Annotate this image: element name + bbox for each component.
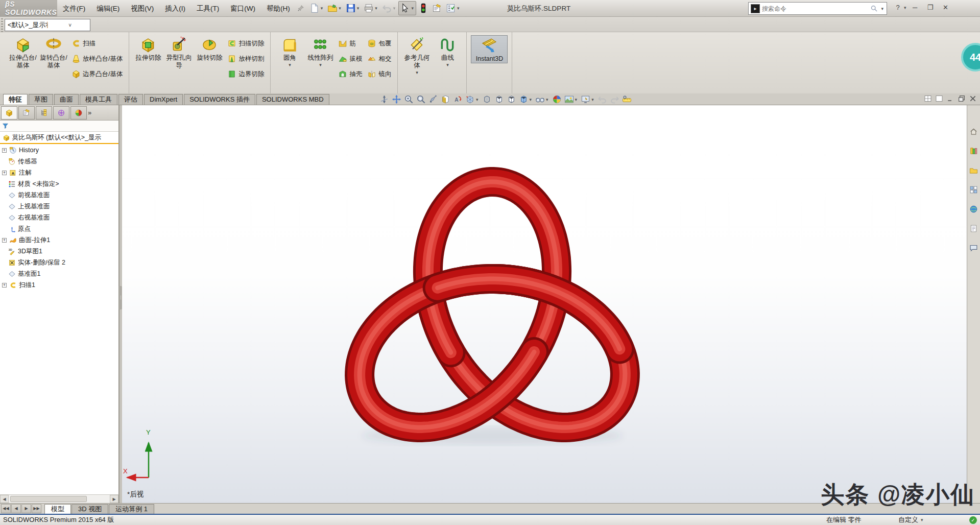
tree-item-12[interactable]: +扫描1 <box>0 279 118 291</box>
redo-view-button[interactable] <box>609 94 620 105</box>
search-box[interactable]: ▸ ▾ <box>748 2 887 15</box>
close-button[interactable]: ✕ <box>938 0 953 15</box>
section-view-button[interactable] <box>440 94 451 105</box>
new-doc-button[interactable]: ▾ <box>308 1 326 15</box>
tab-2[interactable]: 曲面 <box>54 94 79 105</box>
tree-item-11[interactable]: 基准面1 <box>0 268 118 279</box>
zoom-fit-button[interactable] <box>403 94 414 105</box>
loft-cut-button[interactable]: 放样切割 <box>225 53 266 65</box>
select-cursor-button[interactable]: ▾ <box>398 1 416 15</box>
linear-pattern-caret-icon[interactable]: ▾ <box>319 62 322 67</box>
freeze-bar[interactable] <box>0 143 118 144</box>
curves-caret-icon[interactable]: ▾ <box>446 62 449 67</box>
doc-minimize-button[interactable] <box>946 94 954 103</box>
save-button[interactable]: ▾ <box>344 1 362 15</box>
graphics-viewport[interactable]: Y X *后视 <box>122 105 967 503</box>
feature-manager-tab[interactable] <box>1 106 17 120</box>
sweep-button[interactable]: 扫描 <box>69 37 125 50</box>
menu-item-3[interactable]: 插入(I) <box>159 0 191 17</box>
forum-button[interactable] <box>968 242 979 253</box>
hole-wizard-button[interactable]: 异型孔向导 <box>164 35 194 70</box>
help-button[interactable]: ? <box>893 0 903 15</box>
tree-filter-bar[interactable] <box>0 121 118 132</box>
view-settings-caret-icon[interactable]: ▾ <box>590 97 595 102</box>
tree-item-10[interactable]: 实体-删除/保留 2 <box>0 257 118 268</box>
fillet-caret-icon[interactable]: ▾ <box>289 62 291 67</box>
extrude-boss-button[interactable]: 拉伸凸台/基体 <box>8 35 38 70</box>
revolve-boss-button[interactable]: 旋转凸台/基体 <box>39 35 68 70</box>
expand-icon[interactable]: + <box>2 148 7 153</box>
tree-item-4[interactable]: 前视基准面 <box>0 189 118 201</box>
style-wireframe-button[interactable] <box>482 94 492 105</box>
help-caret-icon[interactable]: ▾ <box>903 5 907 10</box>
design-library-button[interactable] <box>968 145 979 156</box>
view-orientation-caret-icon[interactable]: ▾ <box>475 97 480 102</box>
expand-icon[interactable]: + <box>2 283 7 288</box>
pushpin-icon[interactable] <box>296 1 306 15</box>
panel-overflow-icon[interactable]: » <box>88 109 94 116</box>
tree-item-0[interactable]: +History <box>0 145 118 156</box>
hide-show-items-button[interactable]: ▾ <box>535 94 550 105</box>
display-manager-tab[interactable] <box>70 106 87 120</box>
property-manager-tab[interactable] <box>18 106 35 120</box>
fillet-button[interactable]: 圆角▾ <box>275 35 304 68</box>
instant3d-button[interactable]: Instant3D <box>471 35 508 63</box>
tree-root-item[interactable]: 莫比乌斯环 (默认<<默认>_显示 <box>0 132 118 143</box>
sweep-cut-button[interactable]: 扫描切除 <box>225 37 266 50</box>
trefoil-knot-model[interactable] <box>122 105 967 503</box>
tab-6[interactable]: SOLIDWORKS 插件 <box>184 94 255 105</box>
resources-home-button[interactable] <box>968 126 979 137</box>
sheet-nav-1-button[interactable]: ◀ <box>11 504 21 513</box>
wrap-button[interactable]: CI包覆 <box>365 37 393 50</box>
apply-scene-button[interactable]: ▾ <box>564 94 579 105</box>
style-shaded-edges-caret-icon[interactable]: ▾ <box>529 97 533 102</box>
search-input[interactable] <box>762 5 868 12</box>
print-button[interactable]: ▾ <box>362 1 380 15</box>
appearances-scenes-button[interactable] <box>968 203 979 214</box>
style-hidden-removed-button[interactable] <box>506 94 517 105</box>
curves-button[interactable]: 曲线▾ <box>433 35 462 68</box>
properties-note-button[interactable] <box>431 1 444 15</box>
linear-pattern-button[interactable]: 线性阵列▾ <box>305 35 335 68</box>
expand-icon[interactable]: + <box>2 171 7 175</box>
ref-geometry-button[interactable]: 参考几何体▾ <box>402 35 432 76</box>
measure-button[interactable] <box>622 94 632 105</box>
menu-item-5[interactable]: 窗口(W) <box>225 0 261 17</box>
style-hidden-visible-button[interactable] <box>494 94 505 105</box>
sheet-tab-1[interactable]: 3D 视图 <box>71 504 108 514</box>
dimxpert-manager-tab[interactable] <box>53 106 69 120</box>
custom-properties-button[interactable] <box>968 223 979 234</box>
undo-caret-icon[interactable]: ▾ <box>392 6 397 11</box>
display-state-combo[interactable]: <默认>_显示状态 1 ˅ <box>5 19 90 31</box>
open-folder-button[interactable]: ▾ <box>326 1 344 15</box>
viewport-single-button[interactable] <box>935 94 943 103</box>
tree-item-5[interactable]: 上视基准面 <box>0 201 118 212</box>
shell-button[interactable]: 抽壳 <box>336 68 364 80</box>
configuration-manager-tab[interactable] <box>36 106 52 120</box>
file-explorer-button[interactable] <box>968 164 979 176</box>
tree-item-7[interactable]: 原点 <box>0 223 118 234</box>
viewport-grid-button[interactable] <box>924 94 932 103</box>
tree-item-9[interactable]: 3D3D草图1 <box>0 246 118 257</box>
tree-horizontal-scrollbar[interactable]: ◀ ▶ <box>0 494 118 503</box>
pan-button[interactable] <box>391 94 402 105</box>
sheet-tab-2[interactable]: 运动算例 1 <box>109 504 154 514</box>
sheet-nav-3-button[interactable]: ▶▶ <box>32 504 41 513</box>
extrude-cut-button[interactable]: 拉伸切除 <box>133 35 163 62</box>
menu-item-2[interactable]: 视图(V) <box>125 0 159 17</box>
view-orientation-button[interactable]: ▾ <box>465 94 480 105</box>
minimize-button[interactable]: ─ <box>907 0 923 15</box>
tree-item-3[interactable]: 材质 <未指定> <box>0 178 118 189</box>
search-caret-icon[interactable]: ▾ <box>880 6 885 11</box>
scrollbar-thumb[interactable] <box>10 496 87 502</box>
open-folder-caret-icon[interactable]: ▾ <box>338 6 342 11</box>
menu-item-1[interactable]: 编辑(E) <box>91 0 125 17</box>
draft-button[interactable]: 拔模 <box>336 53 364 65</box>
tab-0[interactable]: 特征 <box>3 94 28 105</box>
menu-item-6[interactable]: 帮助(H) <box>261 0 296 17</box>
tree-item-2[interactable]: +A注解 <box>0 167 118 178</box>
ref-geometry-caret-icon[interactable]: ▾ <box>416 70 418 75</box>
tree-item-1[interactable]: 传感器 <box>0 156 118 167</box>
tab-1[interactable]: 草图 <box>29 94 53 105</box>
hide-show-items-caret-icon[interactable]: ▾ <box>545 97 549 102</box>
